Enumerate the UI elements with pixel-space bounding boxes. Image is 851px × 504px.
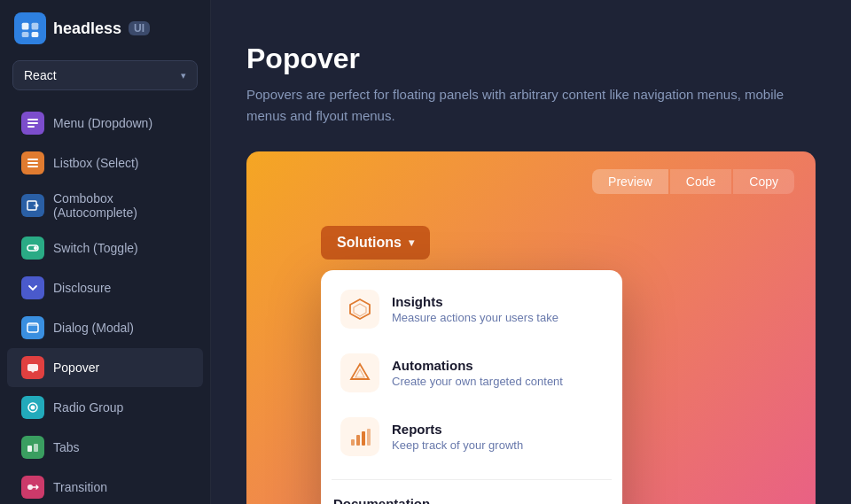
chevron-down-icon: ▾ [181, 70, 186, 81]
popover-footer-item[interactable]: Documentation Start integrating products… [321, 484, 622, 504]
insights-title: Insights [392, 294, 558, 309]
sidebar-item-combobox[interactable]: Combobox (Autocomplete) [7, 183, 203, 228]
sidebar-item-label: Menu (Dropdown) [53, 116, 152, 130]
demo-preview-area: Solutions ▾ Insights Meas [268, 212, 794, 504]
reports-title: Reports [392, 422, 523, 437]
automations-text: Automations Create your own targeted con… [392, 358, 563, 388]
dialog-icon [21, 316, 44, 339]
svg-rect-15 [27, 323, 38, 326]
documentation-title: Documentation [333, 496, 512, 504]
sidebar-item-label: Switch (Toggle) [53, 241, 138, 255]
preview-button[interactable]: Preview [592, 169, 668, 194]
radio-group-icon [21, 396, 44, 419]
main-content: Popover Popovers are perfect for floatin… [211, 0, 851, 504]
insights-desc: Measure actions your users take [392, 311, 558, 324]
framework-dropdown[interactable]: React Vue Angular [24, 68, 181, 82]
popover-items-list: Insights Measure actions your users take [321, 270, 622, 476]
svg-rect-20 [34, 444, 38, 452]
svg-rect-26 [351, 439, 355, 446]
sidebar-item-menu-dropdown[interactable]: Menu (Dropdown) [7, 104, 203, 143]
solutions-button-label: Solutions [337, 235, 402, 251]
svg-rect-6 [27, 122, 38, 124]
sidebar-item-label: Combobox (Autocomplete) [53, 191, 189, 220]
popover-panel: Insights Measure actions your users take [321, 270, 622, 504]
svg-rect-4 [32, 32, 39, 37]
sidebar-item-label: Popover [53, 361, 99, 375]
sidebar-item-label: Disclosure [53, 281, 111, 295]
svg-rect-5 [27, 119, 38, 120]
svg-rect-10 [27, 166, 38, 167]
sidebar-item-label: Tabs [53, 440, 80, 454]
framework-select-wrapper[interactable]: React Vue Angular ▾ [12, 60, 198, 90]
logo: headless UI [0, 12, 210, 60]
svg-rect-27 [356, 435, 360, 446]
demo-toolbar: Preview Code Copy [268, 169, 794, 194]
svg-point-21 [27, 485, 33, 490]
combobox-icon [21, 194, 44, 217]
sidebar-item-disclosure[interactable]: Disclosure [7, 268, 203, 307]
logo-icon [14, 12, 46, 44]
popover-item-insights[interactable]: Insights Measure actions your users take [330, 279, 613, 339]
switch-icon [21, 236, 44, 260]
automations-title: Automations [392, 358, 563, 373]
demo-container: Preview Code Copy Solutions ▾ [246, 151, 816, 504]
nav-list: Menu (Dropdown) Listbox (Select) Combobo… [0, 103, 210, 504]
popover-icon [21, 356, 44, 379]
svg-rect-3 [22, 32, 29, 37]
menu-dropdown-icon [21, 112, 44, 135]
svg-rect-2 [32, 23, 39, 30]
documentation-text: Documentation Start integrating products… [333, 496, 512, 504]
svg-point-18 [31, 406, 35, 410]
page-description: Popovers are perfect for floating panels… [246, 84, 816, 127]
svg-rect-0 [18, 16, 43, 41]
solutions-button[interactable]: Solutions ▾ [321, 226, 430, 260]
automations-icon [340, 353, 379, 392]
svg-rect-16 [27, 364, 38, 371]
svg-point-13 [34, 246, 37, 250]
tabs-icon [21, 436, 44, 459]
insights-text: Insights Measure actions your users take [392, 294, 558, 324]
chevron-down-icon: ▾ [409, 236, 414, 249]
popover-item-reports[interactable]: Reports Keep track of your growth [330, 407, 613, 467]
svg-rect-9 [27, 162, 38, 164]
popover-divider [332, 479, 612, 480]
sidebar-item-label: Radio Group [53, 400, 123, 415]
svg-rect-1 [22, 23, 29, 30]
copy-button[interactable]: Copy [733, 169, 794, 194]
sidebar-item-switch[interactable]: Switch (Toggle) [7, 229, 203, 268]
reports-icon [340, 417, 379, 456]
reports-desc: Keep track of your growth [392, 438, 523, 452]
disclosure-icon [21, 276, 44, 299]
sidebar: headless UI React Vue Angular ▾ Menu (Dr… [0, 0, 211, 504]
reports-text: Reports Keep track of your growth [392, 422, 523, 452]
sidebar-item-tabs[interactable]: Tabs [7, 428, 203, 467]
svg-marker-23 [354, 304, 366, 316]
sidebar-item-label: Dialog (Modal) [53, 321, 134, 335]
sidebar-item-transition[interactable]: Transition [7, 468, 203, 504]
svg-rect-29 [367, 429, 371, 446]
listbox-icon [21, 151, 44, 174]
sidebar-item-label: Listbox (Select) [53, 156, 138, 170]
svg-rect-19 [27, 446, 32, 452]
page-title: Popover [246, 43, 816, 75]
svg-rect-28 [362, 431, 365, 446]
automations-desc: Create your own targeted content [392, 375, 563, 388]
sidebar-item-popover[interactable]: Popover [7, 348, 203, 387]
popover-item-automations[interactable]: Automations Create your own targeted con… [330, 343, 613, 403]
svg-rect-7 [27, 126, 35, 128]
logo-text: headless [53, 19, 121, 38]
svg-rect-8 [27, 159, 38, 160]
transition-icon [21, 476, 44, 499]
code-button[interactable]: Code [670, 169, 731, 194]
logo-badge: UI [129, 21, 150, 35]
insights-icon [340, 290, 379, 329]
sidebar-item-label: Transition [53, 480, 107, 494]
sidebar-item-listbox[interactable]: Listbox (Select) [7, 143, 203, 182]
sidebar-item-dialog[interactable]: Dialog (Modal) [7, 308, 203, 347]
sidebar-item-radio-group[interactable]: Radio Group [7, 388, 203, 427]
